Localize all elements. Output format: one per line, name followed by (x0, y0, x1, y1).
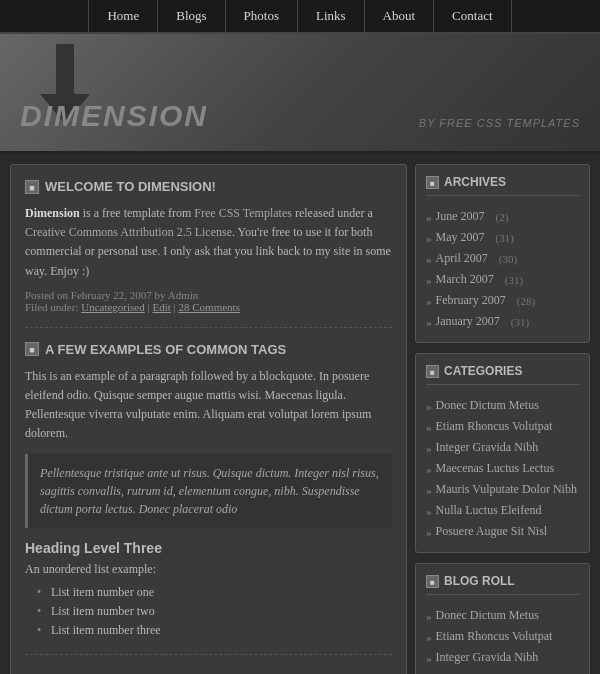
post-title-examples: ■ A FEW EXAMPLES OF COMMON TAGS (25, 342, 392, 357)
post-examples: ■ A FEW EXAMPLES OF COMMON TAGS This is … (25, 342, 392, 655)
site-title: DIMENSION (20, 99, 208, 133)
heading-level-three: Heading Level Three (25, 540, 392, 556)
categories-title: ■ CATEGORIES (426, 364, 579, 385)
list-item: List item number two (37, 602, 392, 621)
middle-text: released under a (292, 206, 373, 220)
content-wrapper: ■ WELCOME TO DIMENSION! Dimension is a f… (0, 154, 600, 674)
archives-icon: ■ (426, 176, 439, 189)
nav-about[interactable]: About (365, 0, 435, 32)
meta-edit-link[interactable]: Edit (152, 301, 170, 313)
category-item: Mauris Vulputate Dolor Nibh (426, 479, 579, 500)
site-header: DIMENSION BY FREE CSS TEMPLATES (0, 34, 600, 154)
nav-home[interactable]: Home (88, 0, 158, 32)
archive-item-april: April 2007 (30) (426, 248, 579, 269)
post-icon-2: ■ (25, 342, 39, 356)
archive-item-march: March 2007 (31) (426, 269, 579, 290)
meta-filed: Filed under: (25, 301, 81, 313)
archives-section: ■ ARCHIVES June 2007 (2) May 2007 (31) A… (415, 164, 590, 343)
categories-section: ■ CATEGORIES Donec Dictum Metus Etiam Rh… (415, 353, 590, 553)
list-item: List item number three (37, 621, 392, 640)
category-item: Etiam Rhoncus Volutpat (426, 416, 579, 437)
post-body-examples: This is an example of a paragraph follow… (25, 367, 392, 444)
post-meta-welcome: Posted on February 22, 2007 by Admin Fil… (25, 289, 392, 313)
main-nav: Home Blogs Photos Links About Contact (0, 0, 600, 34)
link-cc[interactable]: Creative Commons Attribution 2.5 License (25, 225, 232, 239)
blogroll-item: Etiam Rhoncus Volutpat (426, 626, 579, 647)
link-free-css[interactable]: Free CSS Templates (194, 206, 292, 220)
category-item: Donec Dictum Metus (426, 395, 579, 416)
blogroll-item: Donec Dictum Metus (426, 605, 579, 626)
category-item: Maecenas Luctus Lectus (426, 458, 579, 479)
post-title-welcome: ■ WELCOME TO DIMENSION! (25, 179, 392, 194)
sidebar: ■ ARCHIVES June 2007 (2) May 2007 (31) A… (415, 164, 590, 674)
categories-icon: ■ (426, 365, 439, 378)
arrow-body (56, 44, 74, 94)
blogroll-item: Integer Gravida Nibh (426, 647, 579, 668)
blogroll-section: ■ BLOG ROLL Donec Dictum Metus Etiam Rho… (415, 563, 590, 674)
intro-text: Dimension is a free template from (25, 206, 194, 220)
blogroll-title: ■ BLOG ROLL (426, 574, 579, 595)
blogroll-icon: ■ (426, 575, 439, 588)
category-item: Posuere Augue Sit Nisl (426, 521, 579, 542)
category-item: Integer Gravida Nibh (426, 437, 579, 458)
nav-photos[interactable]: Photos (226, 0, 298, 32)
post-welcome: ■ WELCOME TO DIMENSION! Dimension is a f… (25, 179, 392, 328)
archives-list: June 2007 (2) May 2007 (31) April 2007 (… (426, 206, 579, 332)
post-icon-1: ■ (25, 180, 39, 194)
archive-item-jan: January 2007 (31) (426, 311, 579, 332)
archive-item-may: May 2007 (31) (426, 227, 579, 248)
archive-item-june: June 2007 (2) (426, 206, 579, 227)
main-content: ■ WELCOME TO DIMENSION! Dimension is a f… (10, 164, 407, 674)
post-body-welcome: Dimension is a free template from Free C… (25, 204, 392, 281)
category-item: Nulla Luctus Eleifend (426, 500, 579, 521)
meta-cat-link[interactable]: Uncategorised (81, 301, 145, 313)
blockquote: Pellentesque tristique ante ut risus. Qu… (25, 454, 392, 528)
site-subtitle: BY FREE CSS TEMPLATES (419, 117, 580, 129)
meta-comments-link[interactable]: 28 Comments (179, 301, 240, 313)
archives-title: ■ ARCHIVES (426, 175, 579, 196)
unordered-list: List item number one List item number tw… (25, 583, 392, 640)
unordered-label: An unordered list example: (25, 562, 392, 577)
nav-links[interactable]: Links (298, 0, 365, 32)
list-item: List item number one (37, 583, 392, 602)
post-para: This is an example of a paragraph follow… (25, 369, 371, 441)
meta-date: Posted on February 22, 2007 by Admin (25, 289, 198, 301)
blogroll-list: Donec Dictum Metus Etiam Rhoncus Volutpa… (426, 605, 579, 668)
archive-item-feb: February 2007 (28) (426, 290, 579, 311)
categories-list: Donec Dictum Metus Etiam Rhoncus Volutpa… (426, 395, 579, 542)
nav-blogs[interactable]: Blogs (158, 0, 225, 32)
nav-contact[interactable]: Contact (434, 0, 511, 32)
